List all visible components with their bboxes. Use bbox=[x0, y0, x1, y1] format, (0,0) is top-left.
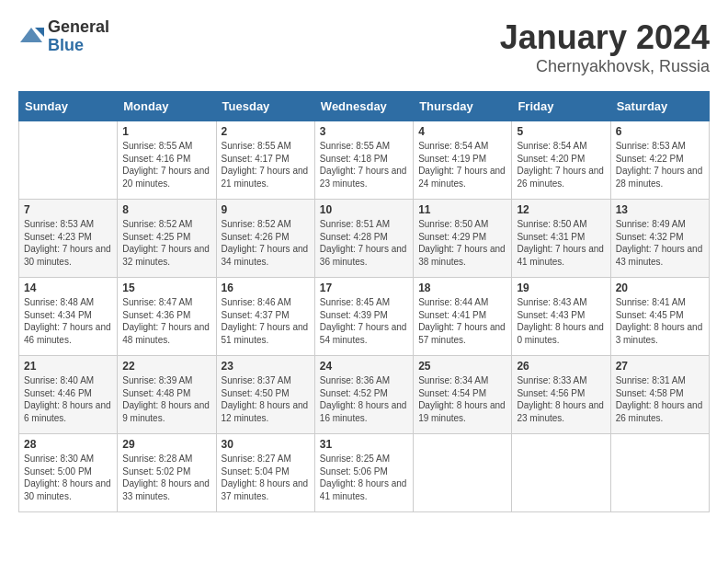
day-number: 11 bbox=[418, 203, 506, 216]
logo-general: General bbox=[48, 18, 109, 37]
calendar-cell: 2 Sunrise: 8:55 AMSunset: 4:17 PMDayligh… bbox=[216, 121, 314, 200]
calendar-cell: 24 Sunrise: 8:36 AMSunset: 4:52 PMDaylig… bbox=[314, 356, 413, 434]
day-number: 13 bbox=[616, 203, 704, 216]
day-number: 7 bbox=[24, 203, 112, 216]
calendar-week-4: 21 Sunrise: 8:40 AMSunset: 4:46 PMDaylig… bbox=[19, 356, 710, 434]
cell-content: Sunrise: 8:47 AMSunset: 4:36 PMDaylight:… bbox=[122, 296, 210, 346]
day-number: 4 bbox=[418, 125, 506, 138]
cell-content: Sunrise: 8:55 AMSunset: 4:16 PMDaylight:… bbox=[122, 140, 210, 190]
calendar-cell bbox=[414, 434, 512, 512]
calendar-cell: 18 Sunrise: 8:44 AMSunset: 4:41 PMDaylig… bbox=[414, 278, 512, 356]
cell-content: Sunrise: 8:31 AMSunset: 4:58 PMDaylight:… bbox=[616, 374, 704, 424]
cell-content: Sunrise: 8:28 AMSunset: 5:02 PMDaylight:… bbox=[122, 453, 210, 502]
calendar-table: SundayMondayTuesdayWednesdayThursdayFrid… bbox=[18, 91, 710, 512]
day-number: 2 bbox=[222, 125, 310, 138]
calendar-cell: 20 Sunrise: 8:41 AMSunset: 4:45 PMDaylig… bbox=[610, 278, 709, 356]
weekday-header-wednesday: Wednesday bbox=[314, 92, 413, 121]
cell-content: Sunrise: 8:51 AMSunset: 4:28 PMDaylight:… bbox=[320, 218, 408, 268]
calendar-cell: 11 Sunrise: 8:50 AMSunset: 4:29 PMDaylig… bbox=[414, 200, 512, 278]
day-number: 9 bbox=[222, 203, 310, 216]
day-number: 18 bbox=[418, 282, 506, 294]
day-number: 26 bbox=[517, 360, 605, 373]
weekday-header-saturday: Saturday bbox=[610, 92, 709, 121]
cell-content: Sunrise: 8:46 AMSunset: 4:37 PMDaylight:… bbox=[222, 296, 310, 346]
calendar-cell: 9 Sunrise: 8:52 AMSunset: 4:26 PMDayligh… bbox=[216, 200, 314, 278]
logo-blue: Blue bbox=[48, 37, 109, 55]
calendar-cell: 17 Sunrise: 8:45 AMSunset: 4:39 PMDaylig… bbox=[314, 278, 413, 356]
logo-icon bbox=[18, 24, 44, 50]
month-title: January 2024 bbox=[500, 18, 710, 57]
cell-content: Sunrise: 8:50 AMSunset: 4:29 PMDaylight:… bbox=[418, 218, 506, 268]
calendar-cell: 14 Sunrise: 8:48 AMSunset: 4:34 PMDaylig… bbox=[19, 278, 118, 356]
cell-content: Sunrise: 8:50 AMSunset: 4:31 PMDaylight:… bbox=[517, 218, 605, 268]
cell-content: Sunrise: 8:49 AMSunset: 4:32 PMDaylight:… bbox=[616, 218, 704, 268]
cell-content: Sunrise: 8:37 AMSunset: 4:50 PMDaylight:… bbox=[222, 374, 310, 424]
page-header: General Blue January 2024 Chernyakhovsk,… bbox=[18, 18, 710, 76]
location-title: Chernyakhovsk, Russia bbox=[500, 57, 710, 76]
weekday-header-monday: Monday bbox=[118, 92, 216, 121]
calendar-cell: 23 Sunrise: 8:37 AMSunset: 4:50 PMDaylig… bbox=[216, 356, 314, 434]
calendar-cell: 10 Sunrise: 8:51 AMSunset: 4:28 PMDaylig… bbox=[314, 200, 413, 278]
cell-content: Sunrise: 8:39 AMSunset: 4:48 PMDaylight:… bbox=[122, 374, 210, 424]
calendar-cell: 15 Sunrise: 8:47 AMSunset: 4:36 PMDaylig… bbox=[118, 278, 216, 356]
weekday-header-sunday: Sunday bbox=[19, 92, 118, 121]
cell-content: Sunrise: 8:53 AMSunset: 4:22 PMDaylight:… bbox=[616, 140, 704, 190]
day-number: 5 bbox=[517, 125, 605, 138]
calendar-week-1: 1 Sunrise: 8:55 AMSunset: 4:16 PMDayligh… bbox=[19, 121, 710, 200]
calendar-cell: 16 Sunrise: 8:46 AMSunset: 4:37 PMDaylig… bbox=[216, 278, 314, 356]
calendar-cell bbox=[610, 434, 709, 512]
calendar-cell: 22 Sunrise: 8:39 AMSunset: 4:48 PMDaylig… bbox=[118, 356, 216, 434]
cell-content: Sunrise: 8:52 AMSunset: 4:25 PMDaylight:… bbox=[122, 218, 210, 268]
day-number: 21 bbox=[24, 360, 112, 373]
calendar-week-3: 14 Sunrise: 8:48 AMSunset: 4:34 PMDaylig… bbox=[19, 278, 710, 356]
day-number: 6 bbox=[616, 125, 704, 138]
day-number: 30 bbox=[222, 438, 310, 451]
calendar-cell bbox=[19, 121, 118, 200]
weekday-header-friday: Friday bbox=[512, 92, 610, 121]
calendar-week-2: 7 Sunrise: 8:53 AMSunset: 4:23 PMDayligh… bbox=[19, 200, 710, 278]
day-number: 1 bbox=[122, 125, 210, 138]
day-number: 29 bbox=[122, 438, 210, 451]
title-section: January 2024 Chernyakhovsk, Russia bbox=[500, 18, 710, 76]
cell-content: Sunrise: 8:33 AMSunset: 4:56 PMDaylight:… bbox=[517, 374, 605, 424]
calendar-cell: 21 Sunrise: 8:40 AMSunset: 4:46 PMDaylig… bbox=[19, 356, 118, 434]
calendar-cell: 3 Sunrise: 8:55 AMSunset: 4:18 PMDayligh… bbox=[314, 121, 413, 200]
weekday-header-row: SundayMondayTuesdayWednesdayThursdayFrid… bbox=[19, 92, 710, 121]
calendar-cell: 4 Sunrise: 8:54 AMSunset: 4:19 PMDayligh… bbox=[414, 121, 512, 200]
calendar-cell: 31 Sunrise: 8:25 AMSunset: 5:06 PMDaylig… bbox=[314, 434, 413, 512]
calendar-week-5: 28 Sunrise: 8:30 AMSunset: 5:00 PMDaylig… bbox=[19, 434, 710, 512]
cell-content: Sunrise: 8:55 AMSunset: 4:18 PMDaylight:… bbox=[320, 140, 408, 190]
calendar-cell: 30 Sunrise: 8:27 AMSunset: 5:04 PMDaylig… bbox=[216, 434, 314, 512]
calendar-cell: 25 Sunrise: 8:34 AMSunset: 4:54 PMDaylig… bbox=[414, 356, 512, 434]
calendar-cell: 27 Sunrise: 8:31 AMSunset: 4:58 PMDaylig… bbox=[610, 356, 709, 434]
day-number: 27 bbox=[616, 360, 704, 373]
logo-text: General Blue bbox=[48, 18, 109, 55]
day-number: 19 bbox=[517, 282, 605, 294]
weekday-header-tuesday: Tuesday bbox=[216, 92, 314, 121]
calendar-cell: 12 Sunrise: 8:50 AMSunset: 4:31 PMDaylig… bbox=[512, 200, 610, 278]
cell-content: Sunrise: 8:25 AMSunset: 5:06 PMDaylight:… bbox=[320, 453, 408, 502]
cell-content: Sunrise: 8:43 AMSunset: 4:43 PMDaylight:… bbox=[517, 296, 605, 346]
day-number: 15 bbox=[122, 282, 210, 294]
cell-content: Sunrise: 8:52 AMSunset: 4:26 PMDaylight:… bbox=[222, 218, 310, 268]
calendar-cell: 5 Sunrise: 8:54 AMSunset: 4:20 PMDayligh… bbox=[512, 121, 610, 200]
calendar-cell: 29 Sunrise: 8:28 AMSunset: 5:02 PMDaylig… bbox=[118, 434, 216, 512]
day-number: 24 bbox=[320, 360, 408, 373]
cell-content: Sunrise: 8:53 AMSunset: 4:23 PMDaylight:… bbox=[24, 218, 112, 268]
day-number: 23 bbox=[222, 360, 310, 373]
calendar-cell: 8 Sunrise: 8:52 AMSunset: 4:25 PMDayligh… bbox=[118, 200, 216, 278]
day-number: 31 bbox=[320, 438, 408, 451]
calendar-cell bbox=[512, 434, 610, 512]
day-number: 20 bbox=[616, 282, 704, 294]
calendar-cell: 26 Sunrise: 8:33 AMSunset: 4:56 PMDaylig… bbox=[512, 356, 610, 434]
cell-content: Sunrise: 8:45 AMSunset: 4:39 PMDaylight:… bbox=[320, 296, 408, 346]
day-number: 16 bbox=[222, 282, 310, 294]
weekday-header-thursday: Thursday bbox=[414, 92, 512, 121]
cell-content: Sunrise: 8:34 AMSunset: 4:54 PMDaylight:… bbox=[418, 374, 506, 424]
cell-content: Sunrise: 8:41 AMSunset: 4:45 PMDaylight:… bbox=[616, 296, 704, 346]
cell-content: Sunrise: 8:54 AMSunset: 4:19 PMDaylight:… bbox=[418, 140, 506, 190]
day-number: 28 bbox=[24, 438, 112, 451]
calendar-cell: 6 Sunrise: 8:53 AMSunset: 4:22 PMDayligh… bbox=[610, 121, 709, 200]
day-number: 3 bbox=[320, 125, 408, 138]
calendar-cell: 1 Sunrise: 8:55 AMSunset: 4:16 PMDayligh… bbox=[118, 121, 216, 200]
